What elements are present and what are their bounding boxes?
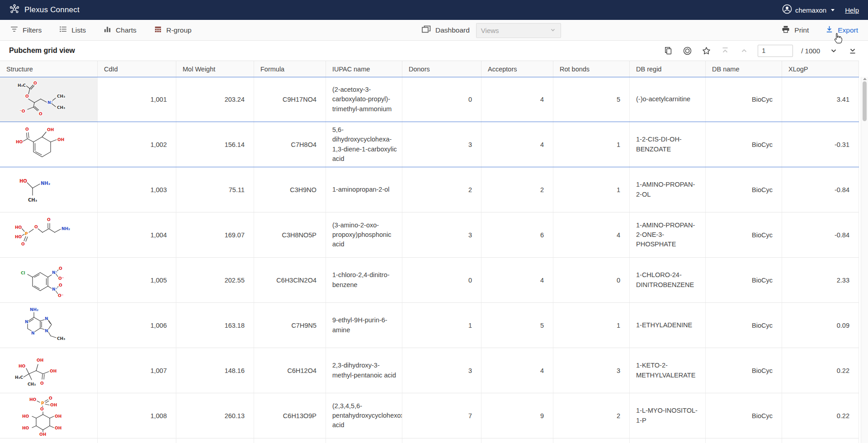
column-header-formula[interactable]: Formula [254, 61, 326, 77]
formula-cell: C6H13O9P [254, 393, 326, 438]
export-button[interactable]: Export [825, 25, 858, 35]
svg-text:N: N [31, 331, 35, 335]
rot-bonds-cell: 0 [553, 258, 630, 302]
acceptors-cell: 5 [481, 303, 553, 348]
mol-weight-cell: 202.55 [176, 258, 254, 302]
scrollbar-up-arrow-icon[interactable] [863, 78, 867, 80]
top-navbar: Plexus Connect chemaxon Help [0, 0, 868, 20]
charts-button[interactable]: Charts [103, 25, 137, 35]
structure-atom-icon[interactable] [682, 45, 693, 56]
table-row[interactable]: H₃CHO OHO OHCH₃ 1,007 148.16 C6H12O4 2,3… [0, 348, 859, 393]
table-body: H₃CO ON⁺ CH₃CH₃ O⁻O 1,001 203.24 C9H17NO… [0, 77, 868, 443]
formula-cell: C3H8NO5P [254, 212, 326, 257]
rot-bonds-cell: 1 [553, 122, 630, 167]
svg-text:HO: HO [29, 397, 37, 402]
previous-page-chevron-up-icon[interactable] [739, 45, 750, 56]
rot-bonds-cell: 3 [553, 348, 630, 393]
column-header-db-regid[interactable]: DB regid [630, 61, 706, 77]
svg-text:HO: HO [19, 364, 26, 368]
cdid-cell: 1,002 [98, 122, 176, 167]
filters-button[interactable]: Filters [10, 25, 42, 35]
iupac-cell: 1-aminopropan-2-ol [326, 167, 402, 212]
table-row[interactable]: P HOOOH O OHOH OHHOHO 1,008 260.13 C6H13… [0, 393, 859, 438]
filters-label: Filters [23, 26, 42, 34]
help-link[interactable]: Help [845, 6, 859, 14]
cdid-cell: 1,001 [98, 77, 176, 122]
svg-text:CH₃: CH₃ [57, 105, 65, 110]
cdid-cell: 1,005 [98, 258, 176, 302]
structure-ethyladenine: NH₂ NN NN CH₃ [15, 305, 83, 346]
svg-text:CH₃: CH₃ [28, 198, 37, 203]
charts-label: Charts [116, 26, 137, 34]
column-header-donors[interactable]: Donors [402, 61, 481, 77]
lists-label: Lists [71, 26, 86, 34]
table-row[interactable]: OHO OHOH 1,002 156.14 C7H8O4 5,6-dihydro… [0, 122, 859, 167]
page-number-input[interactable] [758, 45, 793, 57]
svg-text:O: O [59, 283, 62, 287]
table-row[interactable]: NH₂ NN NN CH₃ 1,006 163.18 C7H9N5 9-ethy… [0, 303, 859, 348]
scroll-to-top-icon[interactable] [720, 45, 731, 56]
dashboard-button[interactable]: Dashboard [421, 25, 470, 36]
scrollbar-thumb[interactable] [863, 81, 867, 121]
db-regid-cell: 1-L-MYO-INOSITOL-1-P [630, 393, 706, 438]
mol-weight-cell: 148.16 [176, 348, 254, 393]
rot-bonds-cell: 5 [553, 77, 630, 122]
structure-chlorodinitrobenzene: Cl N⁺OO⁻ N⁺OO⁻ [15, 260, 83, 301]
view-header: Pubchem grid view / 1000 [0, 41, 868, 61]
svg-text:OH: OH [50, 369, 57, 373]
print-button[interactable]: Print [781, 25, 809, 36]
column-header-mol-weight[interactable]: Mol Weight [176, 61, 254, 77]
column-header-db-name[interactable]: DB name [706, 61, 782, 77]
structure-inositol-phosphate: P HOOOH O OHOH OHHOHO [15, 396, 83, 436]
structure-acetylcarnitine: H₃CO ON⁺ CH₃CH₃ O⁻O [15, 79, 83, 120]
db-name-cell: BioCyc [706, 348, 782, 393]
copy-icon[interactable] [663, 45, 674, 56]
donors-cell: 0 [402, 77, 481, 122]
cdid-cell: 1,006 [98, 303, 176, 348]
favorite-star-icon[interactable] [701, 45, 712, 56]
structure-dihydroxybenzoate: OHO OHOH [15, 124, 83, 165]
column-header-structure[interactable]: Structure [0, 61, 98, 77]
svg-text:OH: OH [55, 414, 61, 419]
mol-weight-cell: 75.11 [176, 167, 254, 212]
column-header-iupac[interactable]: IUPAC name [326, 61, 402, 77]
column-header-cdid[interactable]: CdId [98, 61, 176, 77]
rot-bonds-cell: 4 [553, 212, 630, 257]
db-regid-cell: 1-2-CIS-DI-OH-BENZOATE [630, 122, 706, 167]
table-row[interactable]: HO NH₂ CH₃ 1,003 75.11 C3H9NO 1-aminopro… [0, 167, 859, 212]
user-caret-down-icon[interactable] [831, 9, 835, 11]
table-row[interactable]: H₃CO ON⁺ CH₃CH₃ O⁻O 1,001 203.24 C9H17NO… [0, 77, 859, 122]
column-header-acceptors[interactable]: Acceptors [481, 61, 553, 77]
lists-button[interactable]: Lists [59, 25, 86, 35]
table-row[interactable]: Cl N⁺OO⁻ N⁺OO⁻ 1,005 202.55 C6H3ClN2O4 1… [0, 258, 859, 303]
db-name-cell: BioCyc [706, 77, 782, 122]
donors-cell: 3 [402, 348, 481, 393]
formula-cell: C3H9NO [254, 167, 326, 212]
svg-text:P: P [41, 401, 44, 405]
table-row[interactable]: HOHO PO OO NH₂ 1,004 169.07 C3H8NO5P (3-… [0, 212, 859, 258]
table-header-row: Structure CdId Mol Weight Formula IUPAC … [0, 61, 859, 77]
db-name-cell: BioCyc [706, 122, 782, 167]
svg-text:O: O [25, 127, 29, 132]
xlogp-cell: -0.31 [782, 122, 859, 167]
rgroup-button[interactable]: R-group [154, 25, 192, 35]
next-page-chevron-down-icon[interactable] [828, 45, 839, 56]
xlogp-cell: 3.41 [782, 77, 859, 122]
svg-text:HO: HO [19, 179, 27, 184]
user-menu[interactable]: chemaxon [795, 6, 826, 14]
svg-text:O⁻: O⁻ [58, 293, 64, 298]
print-label: Print [794, 26, 809, 34]
iupac-cell: (3-amino-2-oxo-propoxy)phosphonic acid [326, 212, 402, 257]
rot-bonds-cell: 2 [553, 393, 630, 438]
views-dropdown[interactable]: Views [476, 23, 561, 38]
svg-text:HO: HO [22, 414, 29, 419]
column-header-xlogp[interactable]: XLogP [782, 61, 859, 77]
svg-text:O: O [21, 242, 25, 246]
vertical-scrollbar[interactable] [861, 77, 868, 443]
db-regid-cell: 1-CHLORO-24-DINITROBENZENE [630, 258, 706, 302]
svg-text:OH: OH [37, 358, 43, 363]
page-title: Pubchem grid view [9, 47, 75, 55]
scroll-to-bottom-icon[interactable] [847, 45, 858, 56]
column-header-rot-bonds[interactable]: Rot bonds [553, 61, 630, 77]
page-total-label: / 1000 [801, 47, 820, 55]
